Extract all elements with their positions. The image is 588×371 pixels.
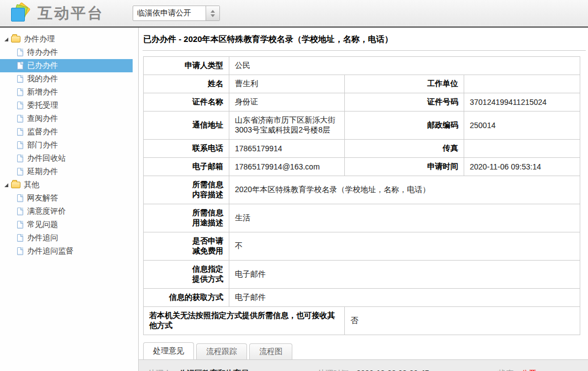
- field-value: 2020-11-06 09:53:14: [464, 158, 580, 176]
- folder-icon: [11, 182, 20, 188]
- result-tabs: 处理意见 流程跟踪 流程图: [143, 342, 588, 359]
- site-select-value: 临淄依申请公开: [133, 6, 206, 20]
- sidebar-folder-label: 其他: [24, 180, 39, 190]
- handle-time-value: 2020-12-23 08:39:45: [356, 369, 429, 371]
- field-label: 证件名称: [144, 93, 229, 112]
- sidebar-item-yiban[interactable]: 已办办件: [0, 59, 133, 72]
- sidebar-item-changjian[interactable]: 常见问题: [0, 218, 133, 231]
- table-row: 申请人类型 公民: [144, 57, 580, 75]
- sidebar-tree: 办件办理 待办办件 已办办件 我的办件 新增办件 委托受理 查阅办件 监督办件: [0, 28, 139, 371]
- field-label: 信息的获取方式: [144, 289, 229, 307]
- table-row: 信息指定 提供方式 电子邮件: [144, 261, 580, 289]
- site-select-dropdown[interactable]: 临淄依申请公开: [133, 6, 220, 21]
- sidebar-item-label: 网友解答: [27, 193, 58, 203]
- sidebar-item-huishouzhan[interactable]: 办件回收站: [0, 152, 133, 165]
- handler-value: 临淄区教育和体育局: [179, 369, 249, 371]
- field-label: 姓名: [144, 75, 229, 93]
- sidebar-folder-banjian-banli[interactable]: 办件办理: [0, 33, 133, 46]
- field-value: 370124199411215024: [464, 93, 580, 112]
- field-label: 通信地址: [144, 112, 229, 140]
- field-label: 工作单位: [345, 75, 464, 93]
- sidebar-item-label: 延期办件: [27, 167, 58, 177]
- sidebar-item-zhuiwen[interactable]: 办件追问: [0, 231, 133, 245]
- app-header: 互动平台 临淄依申请公开: [0, 0, 588, 28]
- table-row: 证件名称 身份证 证件号码 370124199411215024: [144, 93, 580, 112]
- field-label: 邮政编码: [345, 112, 464, 140]
- field-value: 电子邮件: [229, 289, 580, 307]
- field-value: 否: [345, 307, 580, 335]
- sidebar-item-label: 满意度评价: [27, 206, 66, 216]
- sidebar-item-wangyou[interactable]: 网友解答: [0, 192, 133, 205]
- tab-liuchengtu[interactable]: 流程图: [249, 343, 292, 359]
- field-label: 电子邮箱: [144, 158, 229, 176]
- field-value: 公民: [229, 57, 580, 75]
- sidebar-item-manyidu[interactable]: 满意度评价: [0, 205, 133, 218]
- sidebar-item-label: 我的办件: [27, 74, 58, 84]
- document-icon: [17, 221, 23, 229]
- document-icon: [17, 49, 23, 56]
- sidebar-item-label: 查阅办件: [27, 114, 58, 124]
- result-meta-row: 处理人：临淄区教育和体育局 处理时间：2020-12-23 08:39:45 状…: [139, 360, 588, 371]
- main-content: 已办办件 - 2020年本区特殊教育学校名录（学校地址，名称，电话） 申请人类型…: [139, 28, 588, 371]
- field-value: 山东省济南市历下区新泺大街3003号宝威科技园2号楼8层: [229, 112, 345, 140]
- table-row: 若本机关无法按照指定方式提供所需信息，也可接收其他方式 否: [144, 307, 580, 335]
- result-panel: 处理人：临淄区教育和体育局 处理时间：2020-12-23 08:39:45 状…: [139, 359, 588, 371]
- document-icon: [17, 128, 23, 136]
- tree-expanded-arrow-icon[interactable]: [4, 183, 8, 187]
- sidebar-folder-label: 办件办理: [24, 34, 55, 44]
- field-label: 申请人类型: [144, 57, 229, 75]
- handler-label: 处理人：: [148, 369, 179, 371]
- document-icon: [17, 247, 23, 255]
- sidebar-item-label: 部门办件: [27, 140, 58, 150]
- document-icon: [17, 234, 23, 242]
- sidebar-item-label: 新增办件: [27, 87, 58, 97]
- sidebar-item-xinzeng[interactable]: 新增办件: [0, 86, 133, 99]
- field-value: 250014: [464, 112, 580, 140]
- document-icon: [17, 115, 23, 123]
- table-row: 姓名 曹生利 工作单位: [144, 75, 580, 93]
- document-icon: [17, 208, 23, 215]
- document-icon: [17, 75, 23, 83]
- dropdown-spinner-icon[interactable]: [206, 6, 219, 20]
- field-value: 17865179914: [229, 140, 345, 158]
- sidebar-item-bumen[interactable]: 部门办件: [0, 139, 133, 152]
- status-badge: 公开: [521, 369, 537, 371]
- table-row: 所需信息 内容描述 2020年本区特殊教育学校名录（学校地址，名称，电话）: [144, 176, 580, 204]
- field-label: 联系电话: [144, 140, 229, 158]
- field-value: 17865179914@163.com: [229, 158, 345, 176]
- sidebar-folder-qita[interactable]: 其他: [0, 178, 133, 192]
- tab-chuli-yijian[interactable]: 处理意见: [143, 342, 194, 359]
- field-value: 电子邮件: [229, 261, 580, 289]
- folder-icon: [11, 36, 20, 43]
- sidebar-item-label: 待办办件: [27, 47, 58, 57]
- document-icon: [17, 141, 23, 149]
- field-value: 生活: [229, 204, 580, 232]
- sidebar-item-label: 监督办件: [27, 127, 58, 137]
- table-row: 所需信息 用途描述 生活: [144, 204, 580, 232]
- sidebar-item-jiandu[interactable]: 监督办件: [0, 125, 133, 139]
- sidebar-item-chayue[interactable]: 查阅办件: [0, 112, 133, 125]
- tree-expanded-arrow-icon[interactable]: [4, 38, 8, 41]
- document-icon: [17, 102, 23, 109]
- page-title: 已办办件 - 2020年本区特殊教育学校名录（学校地址，名称，电话）: [139, 28, 588, 45]
- app-logo-icon: [10, 3, 31, 23]
- sidebar-item-label: 办件追问: [27, 233, 58, 243]
- field-value: 曹生利: [229, 75, 345, 93]
- document-icon: [17, 194, 23, 202]
- sidebar-item-label: 常见问题: [27, 220, 58, 230]
- app-title: 互动平台: [38, 3, 104, 23]
- sidebar-item-label: 已办办件: [27, 61, 58, 71]
- logo-blue-square: [11, 8, 25, 22]
- sidebar-item-zhuiwen-jiandu[interactable]: 办件追问监督: [0, 245, 133, 258]
- sidebar-item-wode[interactable]: 我的办件: [0, 72, 133, 86]
- field-label: 所需信息 内容描述: [144, 176, 229, 204]
- document-icon: [17, 62, 23, 70]
- sidebar-item-weituo[interactable]: 委托受理: [0, 99, 133, 112]
- field-value: 2020年本区特殊教育学校名录（学校地址，名称，电话）: [229, 176, 580, 204]
- sidebar-item-yanqi[interactable]: 延期办件: [0, 165, 133, 178]
- sidebar-item-daiban[interactable]: 待办办件: [0, 46, 133, 59]
- field-value: [464, 75, 580, 93]
- tab-liucheng-genzong[interactable]: 流程跟踪: [196, 343, 247, 359]
- field-value: [464, 140, 580, 158]
- field-value: 不: [229, 232, 580, 261]
